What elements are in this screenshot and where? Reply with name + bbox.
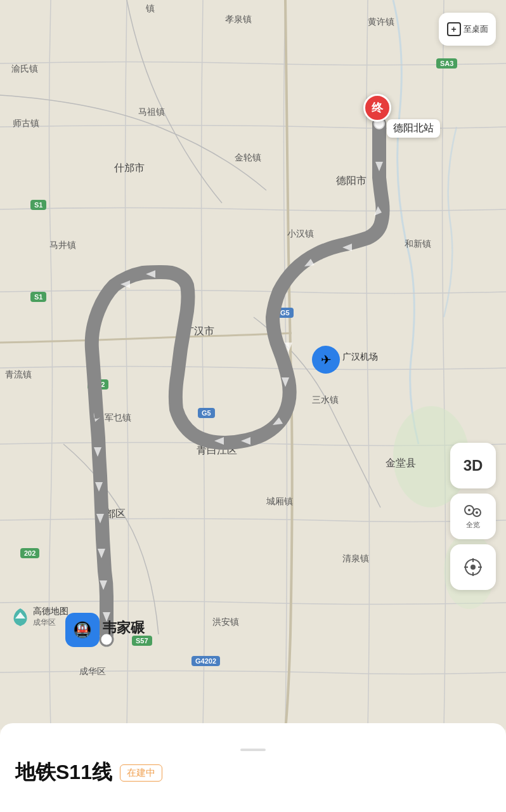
gaode-logo-text-container: 高德地图 成华区	[33, 606, 68, 628]
airport-marker: ✈	[312, 346, 340, 374]
bottom-panel: 地铁S11线 在建中	[0, 723, 506, 812]
overview-label: 全览	[466, 520, 480, 530]
gaode-name: 高德地图	[33, 606, 68, 617]
svg-point-8	[476, 511, 478, 514]
3d-label: 3D	[464, 457, 483, 475]
end-circle: 终	[363, 94, 391, 122]
overview-icon	[463, 504, 483, 519]
location-icon	[463, 557, 483, 577]
route-title-row: 地铁S11线 在建中	[15, 759, 491, 787]
svg-point-7	[468, 509, 470, 511]
svg-point-10	[470, 565, 476, 570]
3d-button[interactable]: 3D	[450, 443, 496, 488]
map-container: 镇 孝泉镇 黄许镇 渝氏镇 师古镇 马祖镇 什邡市 金轮镇 德阳市 马井镇 小汉…	[0, 0, 506, 730]
status-badge: 在建中	[120, 764, 162, 782]
end-station-label: 德阳北站	[387, 119, 440, 138]
overview-button[interactable]: 全览	[450, 494, 496, 539]
gaode-logo-icon	[10, 607, 30, 627]
gaode-sub: 成华区	[33, 617, 68, 628]
desktop-icon: +	[447, 22, 461, 36]
end-marker: 终	[363, 94, 391, 122]
gaode-logo: 高德地图 成华区	[10, 606, 68, 628]
location-button[interactable]	[450, 544, 496, 590]
drag-handle[interactable]	[240, 749, 266, 751]
route-title: 地铁S11线	[15, 759, 112, 787]
desktop-label: 至桌面	[464, 23, 488, 35]
start-station-label: 韦家碾	[103, 619, 145, 638]
train-marker: 🚇	[65, 613, 100, 647]
desktop-button[interactable]: + 至桌面	[439, 13, 496, 46]
right-controls: + 至桌面	[439, 13, 496, 46]
map-controls: 3D 全览	[450, 443, 496, 590]
